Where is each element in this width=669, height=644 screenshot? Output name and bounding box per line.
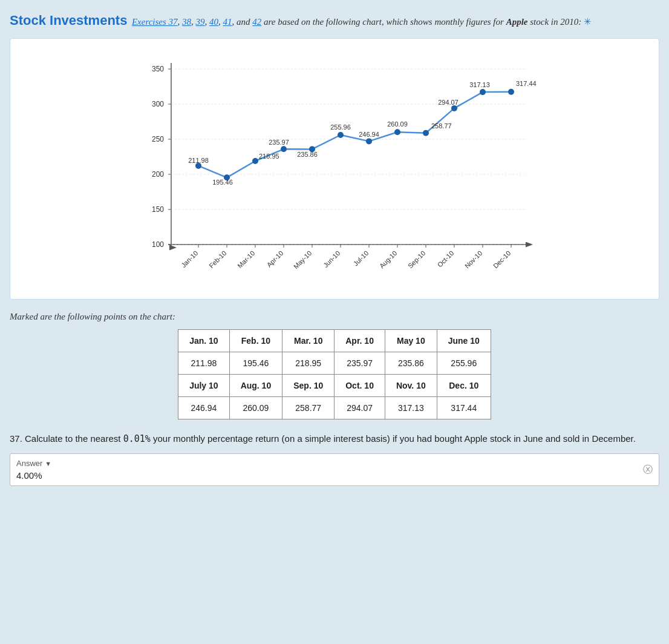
chart-point-nov	[480, 89, 486, 95]
col-jun-header: June 10	[437, 330, 491, 352]
val-may: 235.86	[385, 352, 437, 375]
data-table: Jan. 10 Feb. 10 Mar. 10 Apr. 10 May 10 J…	[178, 329, 491, 419]
svg-text:Apr-10: Apr-10	[266, 249, 285, 269]
val-apr: 235.97	[334, 352, 385, 375]
svg-text:150: 150	[152, 205, 164, 214]
answer-box: Answer ▼ 4.00% ⓧ	[10, 453, 659, 486]
col-may-header: May 10	[385, 330, 437, 352]
val-oct: 294.07	[334, 397, 385, 419]
exercise-number: 37.	[10, 433, 22, 444]
svg-text:Oct-10: Oct-10	[436, 249, 455, 269]
col-nov-header: Nov. 10	[385, 375, 437, 397]
col-jul-header: July 10	[178, 375, 229, 397]
col-apr-header: Apr. 10	[334, 330, 385, 352]
col-feb-header: Feb. 10	[229, 330, 282, 352]
exercise-text-1: Calculate to the nearest	[25, 433, 123, 444]
svg-text:294.07: 294.07	[438, 99, 459, 106]
chart-point-sep	[423, 130, 429, 136]
svg-text:246.94: 246.94	[359, 131, 379, 138]
page-title: Stock Investments	[10, 13, 127, 28]
chart-container: 100 150 200 250 300 350	[10, 38, 659, 300]
col-jan-header: Jan. 10	[178, 330, 229, 352]
val-jun: 255.96	[437, 352, 491, 375]
svg-text:218.95: 218.95	[259, 153, 279, 160]
stock-chart: 100 150 200 250 300 350	[129, 51, 540, 293]
svg-text:Dec-10: Dec-10	[492, 249, 512, 270]
val-jan: 211.98	[178, 352, 229, 375]
answer-arrow-icon: ▼	[45, 460, 51, 467]
exercise-highlight: 0.01%	[123, 433, 151, 444]
val-jul: 246.94	[178, 397, 229, 419]
svg-text:235.97: 235.97	[269, 139, 289, 146]
header-intro-text: Exercises 37, 38, 39, 40, 41, and 42 are…	[129, 17, 592, 27]
chart-point-mar	[252, 158, 258, 164]
answer-label-text: Answer	[16, 459, 42, 468]
chart-point-apr	[281, 146, 287, 152]
val-nov: 317.13	[385, 397, 437, 419]
svg-text:350: 350	[152, 65, 164, 73]
exercise-39-link[interactable]: 39	[196, 17, 205, 27]
svg-text:Jul-10: Jul-10	[352, 249, 370, 268]
svg-text:258.77: 258.77	[431, 122, 452, 130]
company-name: Apple	[506, 17, 528, 27]
marked-text: Marked are the following points on the c…	[10, 312, 659, 322]
exercise-37-link[interactable]: Exercises 37	[132, 17, 178, 27]
svg-text:211.98: 211.98	[188, 157, 209, 164]
svg-text:Sep-10: Sep-10	[406, 249, 427, 270]
exercise-section: 37. Calculate to the nearest 0.01% your …	[10, 432, 659, 446]
chart-point-aug	[394, 129, 400, 135]
exercise-40-link[interactable]: 40	[209, 17, 218, 27]
svg-text:195.46: 195.46	[212, 179, 233, 186]
svg-text:Jun-10: Jun-10	[322, 249, 341, 269]
clear-answer-button[interactable]: ⓧ	[643, 464, 653, 476]
col-aug-header: Aug. 10	[229, 375, 282, 397]
answer-label: Answer ▼	[16, 459, 653, 468]
svg-text:200: 200	[152, 170, 164, 179]
table-header-row-1: Jan. 10 Feb. 10 Mar. 10 Apr. 10 May 10 J…	[178, 330, 491, 352]
svg-text:317.13: 317.13	[469, 81, 490, 88]
val-mar: 218.95	[282, 352, 334, 375]
answer-value: 4.00%	[16, 470, 653, 481]
val-dec: 317.44	[437, 397, 491, 419]
asterisk-icon: ✳	[584, 17, 592, 27]
col-sep-header: Sep. 10	[282, 375, 334, 397]
svg-text:Nov-10: Nov-10	[463, 249, 484, 270]
svg-text:250: 250	[152, 135, 164, 143]
header-section: Stock Investments Exercises 37, 38, 39, …	[10, 10, 659, 31]
svg-text:260.09: 260.09	[387, 120, 408, 128]
svg-text:100: 100	[152, 240, 164, 249]
chart-point-oct	[451, 105, 457, 111]
svg-text:317.44: 317.44	[516, 80, 537, 87]
svg-text:300: 300	[152, 100, 164, 108]
table-header-row-2: July 10 Aug. 10 Sep. 10 Oct. 10 Nov. 10 …	[178, 375, 491, 397]
svg-text:Mar-10: Mar-10	[236, 249, 256, 269]
exercise-41-link[interactable]: 41	[223, 17, 232, 27]
chart-point-jun	[338, 132, 344, 138]
chart-point-dec	[508, 89, 514, 95]
exercise-42-link[interactable]: 42	[252, 17, 261, 27]
exercise-38-link[interactable]: 38	[182, 17, 191, 27]
col-oct-header: Oct. 10	[334, 375, 385, 397]
col-dec-header: Dec. 10	[437, 375, 491, 397]
table-value-row-1: 211.98 195.46 218.95 235.97 235.86 255.9…	[178, 352, 491, 375]
col-mar-header: Mar. 10	[282, 330, 334, 352]
val-aug: 260.09	[229, 397, 282, 419]
page-container: Stock Investments Exercises 37, 38, 39, …	[10, 10, 659, 486]
svg-text:Jan-10: Jan-10	[180, 249, 199, 269]
val-sep: 258.77	[282, 397, 334, 419]
svg-text:235.86: 235.86	[297, 151, 318, 158]
svg-text:255.96: 255.96	[330, 123, 351, 131]
val-feb: 195.46	[229, 352, 282, 375]
exercise-text-2: your monthly percentage return (on a sim…	[151, 433, 636, 444]
chart-point-jul	[366, 139, 372, 145]
svg-text:Feb-10: Feb-10	[207, 249, 227, 269]
table-value-row-2: 246.94 260.09 258.77 294.07 317.13 317.4…	[178, 397, 491, 419]
svg-text:May-10: May-10	[292, 249, 313, 270]
svg-text:Aug-10: Aug-10	[378, 249, 399, 270]
